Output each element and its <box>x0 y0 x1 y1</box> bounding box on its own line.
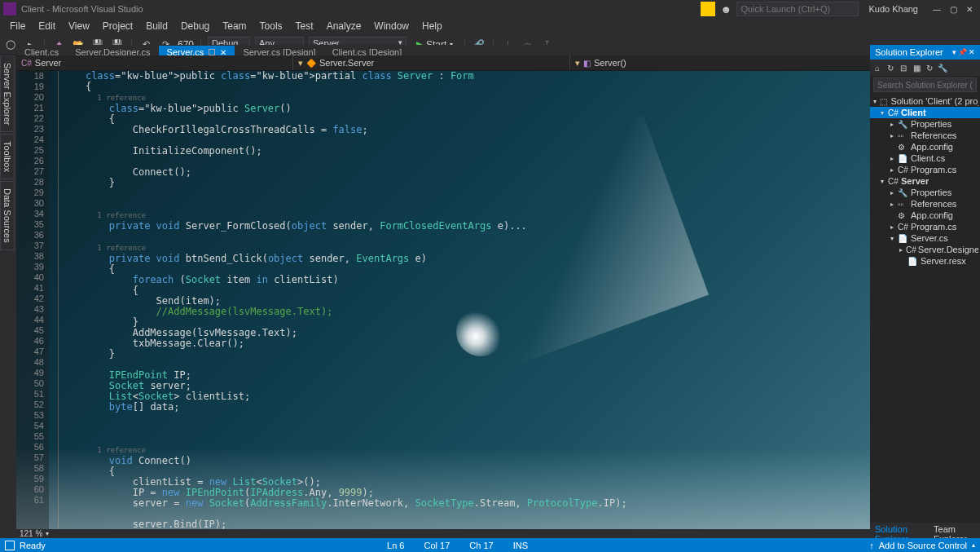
code-content[interactable]: class="kw-blue">public class="kw-blue">p… <box>59 71 870 529</box>
properties-icon[interactable]: 🔧 <box>937 62 948 73</box>
menu-test[interactable]: Test <box>289 19 320 33</box>
tree-node[interactable]: ⚙App.config <box>870 141 980 152</box>
data-sources-tab[interactable]: Data Sources <box>0 181 15 250</box>
menu-bar: File Edit View Project Build Debug Team … <box>0 18 980 34</box>
solution-explorer-titlebar: Solution Explorer ▾ 📌 ✕ <box>870 45 980 60</box>
tree-node[interactable]: ▸C#Server.Designer.cs <box>870 244 980 255</box>
refresh-icon[interactable]: ↻ <box>924 62 935 73</box>
tree-node[interactable]: ⚙App.config <box>870 210 980 221</box>
window-title: Client - Microsoft Visual Studio <box>21 4 143 14</box>
feedback-icon[interactable]: ☻ <box>719 2 733 16</box>
toolbox-tab[interactable]: Toolbox <box>0 134 15 179</box>
panel-pin-icon[interactable]: 📌 <box>958 48 967 56</box>
panel-dropdown-icon[interactable]: ▾ <box>952 48 956 56</box>
home-icon[interactable]: ⌂ <box>872 62 883 73</box>
status-line: Ln 6 <box>377 541 414 550</box>
status-bar: Ready Ln 6 Col 17 Ch 17 INS Add to Sourc… <box>0 538 980 552</box>
menu-edit[interactable]: Edit <box>32 19 62 33</box>
breadcrumb-type[interactable]: ▾ 🔶 Server.Server <box>293 55 570 70</box>
server-explorer-tab[interactable]: Server Explorer <box>0 55 15 132</box>
collapse-icon[interactable]: ⊟ <box>898 62 909 73</box>
status-ins: INS <box>503 541 538 550</box>
status-col: Col 17 <box>415 541 460 550</box>
panel-close-icon[interactable]: ✕ <box>969 48 975 56</box>
minimize-button[interactable]: — <box>929 2 944 16</box>
zoom-indicator[interactable]: 121 %▾ <box>16 529 870 538</box>
breadcrumb-project[interactable]: C# Server <box>16 55 293 70</box>
team-explorer-footer-tab[interactable]: Team Explorer <box>929 523 980 538</box>
maximize-button[interactable]: ▢ <box>946 2 960 16</box>
left-side-tabs: Server Explorer Toolbox Data Sources <box>0 55 16 538</box>
publish-icon[interactable] <box>869 541 874 550</box>
quick-launch-input[interactable] <box>736 2 859 16</box>
solution-tree[interactable]: ▾ ⬚ Solution 'Client' (2 projects) ▾C#Cl… <box>870 94 980 523</box>
status-ready: Ready <box>20 541 46 550</box>
title-bar: Client - Microsoft Visual Studio ☻ Kudo … <box>0 0 980 18</box>
tree-node[interactable]: ▾C#Client <box>870 107 980 118</box>
add-source-control-button[interactable]: Add to Source Control <box>879 541 967 550</box>
notification-flag-icon[interactable] <box>701 2 715 16</box>
solution-icon: ⬚ <box>880 97 889 106</box>
menu-analyze[interactable]: Analyze <box>320 19 368 33</box>
menu-view[interactable]: View <box>62 19 96 33</box>
sync-icon[interactable]: ↻ <box>885 62 896 73</box>
menu-help[interactable]: Help <box>415 19 449 33</box>
solution-search-input[interactable] <box>873 77 977 92</box>
solution-explorer-toolbar: ⌂ ↻ ⊟ ▦ ↻ 🔧 <box>870 60 980 76</box>
status-ch: Ch 17 <box>459 541 503 550</box>
menu-build[interactable]: Build <box>139 19 174 33</box>
vs-logo-icon <box>3 2 16 15</box>
tree-node[interactable]: ▸🔧Properties <box>870 118 980 130</box>
menu-tools[interactable]: Tools <box>253 19 289 33</box>
line-number-gutter: 1819202122232425262728293034353637383940… <box>16 71 49 529</box>
method-icon: ◧ <box>583 59 591 68</box>
solution-explorer-footer-tab[interactable]: Solution Explorer <box>870 523 929 538</box>
menu-file[interactable]: File <box>3 19 32 33</box>
tree-node[interactable]: ▸▫▫References <box>870 198 980 210</box>
menu-team[interactable]: Team <box>216 19 253 33</box>
menu-window[interactable]: Window <box>367 19 415 33</box>
tree-node[interactable]: ▸C#Program.cs <box>870 221 980 232</box>
csharp-project-icon: C# <box>21 59 32 68</box>
panel-title-text: Solution Explorer <box>875 47 943 57</box>
navigation-bar: C# Server ▾ 🔶 Server.Server ▾ ◧ Server() <box>16 55 870 71</box>
tree-node[interactable]: ▾📄Server.cs <box>870 232 980 244</box>
menu-project[interactable]: Project <box>96 19 139 33</box>
class-icon: 🔶 <box>306 59 316 68</box>
tree-node[interactable]: 📄Server.resx <box>870 255 980 267</box>
status-icon <box>5 541 15 550</box>
tree-node[interactable]: ▸📄Client.cs <box>870 152 980 164</box>
show-all-files-icon[interactable]: ▦ <box>911 62 922 73</box>
pin-icon[interactable] <box>209 49 215 55</box>
solution-explorer-panel: Solution Explorer ▾ 📌 ✕ ⌂ ↻ ⊟ ▦ ↻ 🔧 ▾ ⬚ … <box>870 45 980 538</box>
menu-debug[interactable]: Debug <box>174 19 216 33</box>
tree-node[interactable]: ▸C#Program.cs <box>870 164 980 175</box>
solution-root-node[interactable]: ▾ ⬚ Solution 'Client' (2 projects) <box>870 95 980 107</box>
signed-in-user[interactable]: Kudo Khang <box>868 4 918 14</box>
tree-node[interactable]: ▾C#Server <box>870 175 980 187</box>
tree-node[interactable]: ▸🔧Properties <box>870 187 980 198</box>
panel-footer-tabs: Solution Explorer Team Explorer <box>870 523 980 538</box>
close-button[interactable]: ✕ <box>962 2 977 16</box>
tree-node[interactable]: ▸▫▫References <box>870 130 980 141</box>
breadcrumb-member[interactable]: ▾ ◧ Server() <box>570 55 870 70</box>
code-editor[interactable]: 1819202122232425262728293034353637383940… <box>16 71 870 529</box>
